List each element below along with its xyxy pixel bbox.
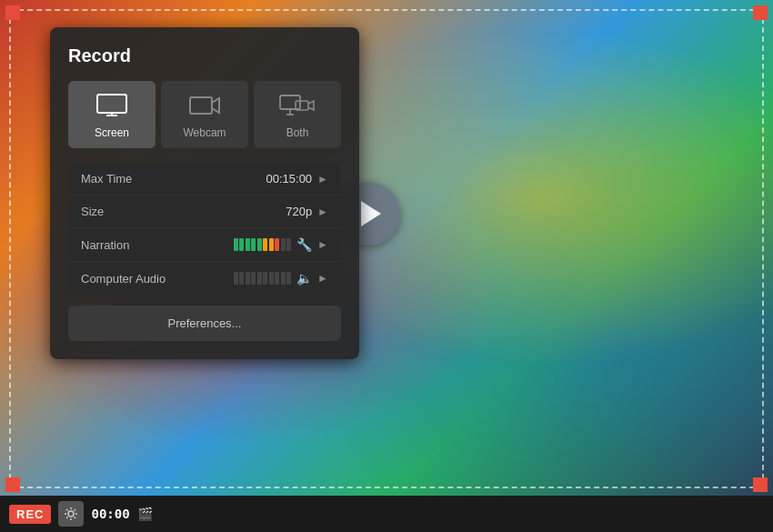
corner-tl [5, 5, 20, 20]
size-label: Size [81, 205, 181, 218]
computeraudio-chevron: ► [317, 272, 328, 285]
speaker-icon[interactable]: 🔈 [296, 271, 312, 286]
meter-bar-8 [275, 238, 279, 251]
meter-bar-10 [286, 238, 291, 251]
size-row: Size 720p ► [68, 196, 341, 228]
ca-bar-7 [269, 272, 274, 285]
narration-row: Narration 🔧 ► [68, 228, 341, 262]
svg-rect-3 [190, 97, 212, 114]
bottom-toolbar: REC 00:00 🎬 [0, 496, 773, 532]
film-icon: 🎬 [137, 507, 153, 521]
settings-area: Max Time 00:15:00 ► Size 720p ► Narratio… [68, 163, 341, 295]
mode-both-button[interactable]: Both [254, 81, 341, 148]
maxtime-row: Max Time 00:15:00 ► [68, 163, 341, 196]
svg-rect-0 [97, 95, 126, 113]
meter-bar-3 [246, 238, 250, 251]
size-chevron: ► [317, 206, 328, 218]
both-icon [279, 94, 316, 121]
computeraudio-meter [234, 272, 292, 285]
ca-bar-6 [263, 272, 267, 285]
ca-bar-4 [251, 272, 256, 285]
ca-bar-2 [239, 272, 244, 285]
mic-icon[interactable]: 🔧 [296, 237, 312, 252]
maxtime-chevron: ► [317, 173, 328, 186]
ca-bar-8 [275, 272, 279, 285]
computeraudio-controls: 🔈 ► [181, 271, 328, 286]
corner-br [753, 477, 768, 492]
panel-title: Record [68, 45, 341, 66]
preferences-button[interactable]: Preferences... [68, 306, 341, 341]
meter-bar-7 [269, 238, 274, 251]
narration-label: Narration [81, 238, 181, 252]
narration-controls: 🔧 ► [181, 237, 328, 252]
mode-webcam-button[interactable]: Webcam [161, 81, 248, 148]
narration-chevron: ► [317, 238, 328, 251]
maxtime-value[interactable]: 00:15:00 ► [181, 172, 328, 186]
narration-meter [234, 238, 292, 251]
meter-bar-5 [257, 238, 262, 251]
computeraudio-row: Computer Audio 🔈 ► [68, 262, 341, 295]
svg-point-8 [68, 511, 74, 517]
meter-bar-2 [239, 238, 244, 251]
mode-webcam-label: Webcam [183, 126, 226, 139]
settings-button[interactable] [58, 501, 84, 527]
ca-bar-3 [246, 272, 250, 285]
ca-bar-5 [257, 272, 262, 285]
screen-icon [96, 94, 127, 121]
maxtime-label: Max Time [81, 172, 181, 186]
svg-rect-4 [280, 95, 300, 109]
computeraudio-label: Computer Audio [81, 272, 181, 286]
mode-screen-button[interactable]: Screen [68, 81, 156, 148]
size-value[interactable]: 720p ► [181, 205, 328, 218]
corner-tr [753, 5, 768, 20]
mode-both-label: Both [286, 126, 309, 139]
meter-bar-1 [234, 238, 238, 251]
corner-bl [5, 477, 20, 492]
ca-bar-10 [286, 272, 291, 285]
rec-badge: REC [9, 505, 51, 524]
ca-bar-9 [281, 272, 286, 285]
webcam-icon [189, 94, 220, 121]
ca-bar-1 [234, 272, 238, 285]
mode-selector: Screen Webcam [68, 81, 341, 148]
mode-screen-label: Screen [95, 126, 129, 139]
meter-bar-6 [263, 238, 267, 251]
meter-bar-9 [281, 238, 286, 251]
timer-display: 00:00 [91, 507, 129, 521]
record-panel: Record Screen Webcam [50, 27, 359, 359]
meter-bar-4 [251, 238, 256, 251]
play-icon [361, 201, 381, 226]
